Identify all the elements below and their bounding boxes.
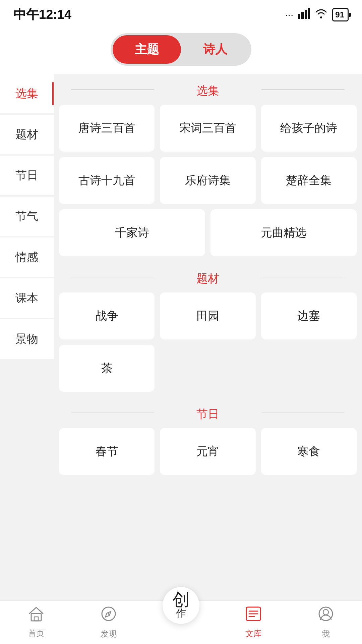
create-label: 作: [176, 606, 186, 620]
item-zhanzheng[interactable]: 战争: [59, 292, 155, 339]
section-jieri: 节日 春节 元宵 寒食: [59, 397, 357, 475]
item-haizi[interactable]: 给孩子的诗: [261, 105, 357, 152]
item-yuefu[interactable]: 乐府诗集: [160, 157, 255, 204]
item-biansai[interactable]: 边塞: [261, 292, 357, 339]
nav-discover-label: 发现: [101, 629, 117, 639]
sidebar-item-jieqi[interactable]: 节气: [0, 197, 54, 236]
status-time: 中午12:14: [13, 6, 71, 23]
cellular-icon: [298, 8, 310, 21]
item-chunjie[interactable]: 春节: [59, 428, 155, 475]
home-icon: [28, 606, 45, 625]
svg-rect-1: [301, 12, 304, 19]
create-icon: 创: [172, 591, 190, 608]
item-cha[interactable]: 茶: [59, 345, 155, 392]
section-header-ticai: 题材: [59, 262, 357, 292]
nav-library-label: 文库: [245, 628, 261, 639]
battery-icon: 91: [332, 8, 349, 21]
svg-point-13: [323, 609, 328, 615]
status-icons: ··· 91: [285, 8, 349, 21]
nav-home[interactable]: 首页: [0, 606, 72, 639]
grid-xuanji-row3: 千家诗 元曲精选: [59, 209, 357, 256]
sidebar-item-qinggan[interactable]: 情感: [0, 237, 54, 277]
profile-icon: [317, 605, 334, 626]
nav-library[interactable]: 文库: [217, 606, 290, 639]
discover-icon: [100, 605, 117, 626]
nav-profile-label: 我: [322, 629, 330, 639]
item-hanshi[interactable]: 寒食: [261, 428, 357, 475]
section-header-xuanji: 选集: [59, 74, 357, 105]
content-area: 选集 唐诗三百首 宋词三百首 给孩子的诗 古诗十九首 乐府诗集: [54, 74, 362, 607]
sidebar: 选集 题材 节日 节气 情感 课本 景物: [0, 74, 54, 607]
section-xuanji: 选集 唐诗三百首 宋词三百首 给孩子的诗 古诗十九首 乐府诗集: [59, 74, 357, 256]
nav-home-label: 首页: [28, 628, 44, 639]
svg-point-7: [108, 613, 110, 615]
sidebar-item-jieri[interactable]: 节日: [0, 156, 54, 195]
grid-ticai-row2: 茶: [59, 345, 357, 392]
tab-poet[interactable]: 诗人: [181, 35, 249, 64]
sidebar-item-jingwu[interactable]: 景物: [0, 319, 54, 359]
grid-ticai-row1: 战争 田园 边塞: [59, 292, 357, 339]
segment-control: 主题 诗人: [0, 26, 362, 74]
grid-xuanji-row2: 古诗十九首 乐府诗集 楚辞全集: [59, 157, 357, 204]
item-qianjia[interactable]: 千家诗: [59, 209, 205, 256]
item-tangshi[interactable]: 唐诗三百首: [59, 105, 155, 152]
nav-profile[interactable]: 我: [290, 605, 362, 639]
segment-wrapper: 主题 诗人: [111, 33, 251, 66]
item-tianyuan[interactable]: 田园: [160, 292, 255, 339]
section-header-jieri: 节日: [59, 397, 357, 428]
svg-rect-2: [305, 10, 307, 19]
signal-dots-icon: ···: [285, 9, 293, 20]
nav-discover[interactable]: 发现: [72, 605, 145, 639]
wifi-icon: [315, 8, 327, 21]
grid-xuanji-row1: 唐诗三百首 宋词三百首 给孩子的诗: [59, 105, 357, 152]
create-button[interactable]: 创 作: [163, 587, 199, 624]
section-ticai: 题材 战争 田园 边塞 茶: [59, 262, 357, 392]
library-icon: [245, 606, 262, 626]
svg-rect-5: [34, 617, 38, 621]
sidebar-item-xuanji[interactable]: 选集: [0, 74, 54, 113]
svg-rect-3: [308, 8, 310, 19]
tab-theme[interactable]: 主题: [113, 35, 181, 64]
status-bar: 中午12:14 ··· 91: [0, 0, 362, 26]
main-container: 选集 题材 节日 节气 情感 课本 景物 选集 唐诗三百首: [0, 74, 362, 607]
item-chuciquan[interactable]: 楚辞全集: [261, 157, 357, 204]
sidebar-item-keben[interactable]: 课本: [0, 278, 54, 318]
sidebar-item-ticai[interactable]: 题材: [0, 115, 54, 154]
svg-rect-0: [298, 14, 300, 19]
item-yuanqu[interactable]: 元曲精选: [210, 209, 357, 256]
item-songci[interactable]: 宋词三百首: [160, 105, 255, 152]
grid-jieri-row1: 春节 元宵 寒食: [59, 428, 357, 475]
item-gushi19[interactable]: 古诗十九首: [59, 157, 155, 204]
item-yuanxiao[interactable]: 元宵: [160, 428, 255, 475]
